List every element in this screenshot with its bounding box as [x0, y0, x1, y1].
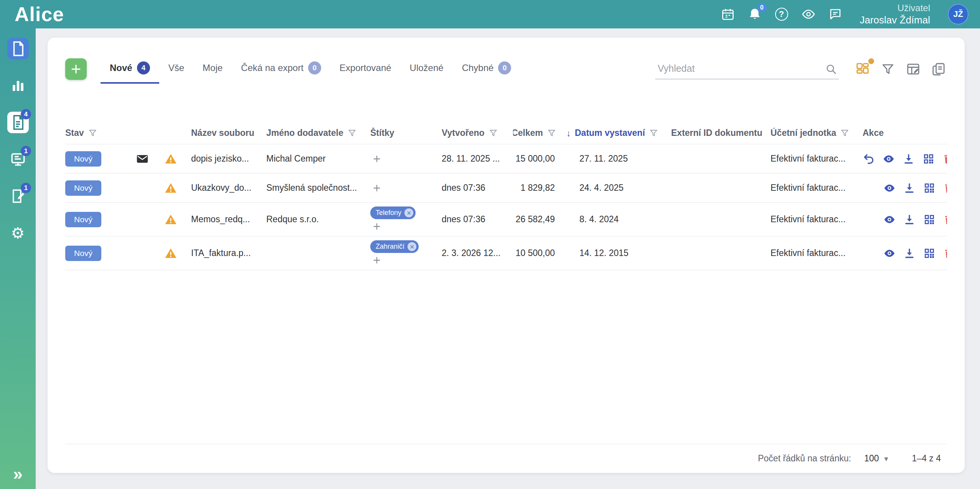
delete-icon[interactable]	[943, 213, 947, 226]
filter-icon[interactable]	[879, 61, 896, 78]
sidebar-item-new-document[interactable]	[0, 37, 36, 61]
tab-label: Moje	[203, 63, 223, 73]
tab-chybne[interactable]: Chybné 0	[453, 55, 521, 84]
download-icon[interactable]	[903, 213, 916, 226]
avatar[interactable]: JŽ	[948, 4, 968, 25]
download-icon[interactable]	[903, 182, 916, 195]
cell-filename[interactable]: Memos_redq...	[191, 214, 266, 225]
filter-icon[interactable]	[547, 128, 556, 138]
column-header-stitky[interactable]: Štítky	[370, 128, 442, 138]
filter-icon[interactable]	[840, 128, 850, 138]
cell-total: 1 829,82	[513, 183, 566, 193]
add-tag-button[interactable]	[370, 153, 383, 165]
delete-icon[interactable]	[943, 182, 947, 195]
sidebar-item-signatures[interactable]: 1	[0, 184, 36, 208]
search-field	[655, 59, 839, 79]
eye-icon[interactable]	[801, 7, 816, 22]
cell-total: 10 500,00	[513, 248, 566, 258]
notification-count-badge: 0	[757, 3, 767, 13]
table-row[interactable]: Nový ITA_faktura.p... Zahraničí 2. 3. 20…	[65, 236, 947, 270]
filter-icon[interactable]	[347, 128, 357, 138]
tab-count-badge: 4	[137, 61, 150, 74]
qr-code-icon[interactable]	[923, 182, 935, 195]
column-header-nazev-souboru[interactable]: Název souboru	[191, 128, 266, 138]
qr-code-icon[interactable]	[923, 213, 935, 226]
tab-moje[interactable]: Moje	[193, 56, 232, 83]
download-icon[interactable]	[902, 152, 915, 165]
calendar-icon[interactable]	[720, 7, 736, 22]
column-header-celkem[interactable]: Celkem	[513, 128, 566, 138]
notifications-bell-icon[interactable]: 0	[747, 7, 762, 22]
column-header-stav[interactable]: Stav	[65, 128, 191, 138]
sidebar-expand-button[interactable]: »	[0, 464, 36, 484]
cell-actions	[863, 247, 947, 260]
filter-icon[interactable]	[649, 128, 658, 138]
tab-exportovane[interactable]: Exportované	[330, 56, 401, 83]
remove-tag-icon[interactable]	[404, 208, 413, 217]
cell-filename[interactable]: dopis jezisko...	[191, 154, 266, 164]
view-icon[interactable]	[883, 213, 896, 226]
table-row[interactable]: Nový Memos_redq... Redque s.r.o. Telefon…	[65, 203, 947, 236]
cell-total: 26 582,49	[513, 214, 566, 225]
tab-vse[interactable]: Vše	[159, 56, 193, 83]
sidebar-item-reports[interactable]	[0, 74, 36, 97]
column-header-externi-id[interactable]: Externí ID dokumentu	[671, 128, 770, 138]
signatures-count-badge: 1	[21, 183, 31, 193]
cell-filename[interactable]: Ukazkovy_do...	[191, 183, 266, 193]
feedback-chat-icon[interactable]	[828, 7, 843, 22]
page-size-select[interactable]: 100 ▾	[864, 453, 888, 464]
user-name: Jaroslav Ždímal	[860, 14, 931, 26]
cell-created: dnes 07:36	[442, 183, 513, 193]
sidebar-item-settings[interactable]: ⚙	[0, 221, 36, 245]
help-icon[interactable]: ?	[774, 7, 789, 22]
cell-accounting-unit: Efektivní fakturac...	[770, 183, 863, 193]
tab-nove[interactable]: Nové 4	[101, 55, 159, 84]
app-logo: Alice	[15, 3, 64, 26]
card-view-icon[interactable]	[854, 61, 871, 78]
cell-issue-date: 24. 4. 2025	[566, 183, 671, 193]
download-icon[interactable]	[903, 247, 916, 260]
sidebar-item-board[interactable]: 1	[0, 147, 36, 171]
cell-tags	[370, 178, 442, 198]
cell-actions	[863, 182, 947, 195]
plus-icon	[373, 184, 381, 192]
cell-actions	[863, 152, 947, 165]
add-tag-button[interactable]	[370, 221, 383, 232]
status-badge: Nový	[65, 151, 101, 167]
tab-ceka-na-export[interactable]: Čeká na export 0	[232, 55, 330, 84]
table-row[interactable]: Nový Ukazkovy_do... Smyšlená společnost.…	[65, 173, 947, 203]
column-header-datum-vystaveni[interactable]: ↓ Datum vystavení	[566, 128, 671, 139]
search-input[interactable]	[655, 59, 839, 79]
filter-icon[interactable]	[88, 128, 97, 138]
view-icon[interactable]	[883, 182, 896, 195]
column-header-ucetni-jednotka[interactable]: Účetní jednotka	[770, 128, 863, 138]
delete-icon[interactable]	[942, 152, 947, 165]
add-document-button[interactable]	[65, 58, 87, 80]
add-tag-button[interactable]	[370, 182, 383, 194]
qr-code-icon[interactable]	[923, 247, 935, 260]
pagination-footer: Počet řádků na stránku: 100 ▾ 1–4 z 4	[65, 444, 947, 473]
filter-icon[interactable]	[488, 128, 498, 138]
add-tag-button[interactable]	[370, 254, 383, 266]
edit-table-icon[interactable]	[905, 61, 922, 78]
view-icon[interactable]	[883, 152, 895, 165]
tab-label: Čeká na export	[241, 63, 304, 73]
cell-issue-date: 8. 4. 2024	[566, 214, 671, 225]
export-documents-icon[interactable]	[930, 61, 947, 78]
search-icon[interactable]	[825, 63, 837, 75]
tab-ulozene[interactable]: Uložené	[401, 56, 453, 83]
cell-issue-date: 27. 11. 2025	[566, 154, 671, 164]
undo-icon[interactable]	[863, 152, 875, 165]
plus-icon	[373, 155, 381, 163]
sidebar-item-documents[interactable]: 4	[0, 111, 36, 134]
table-row[interactable]: Nový dopis jezisko... Michal Cemper 28. …	[65, 144, 947, 173]
view-icon[interactable]	[883, 247, 896, 260]
warning-icon	[162, 213, 180, 226]
qr-code-icon[interactable]	[922, 152, 935, 165]
column-header-vytvoreno[interactable]: Vytvořeno	[442, 128, 513, 138]
delete-icon[interactable]	[943, 247, 947, 260]
column-header-jmeno-dodavatele[interactable]: Jméno dodavatele	[266, 128, 370, 138]
remove-tag-icon[interactable]	[408, 242, 416, 251]
user-block: Uživatel Jaroslav Ždímal	[860, 2, 931, 26]
cell-filename[interactable]: ITA_faktura.p...	[191, 248, 266, 258]
